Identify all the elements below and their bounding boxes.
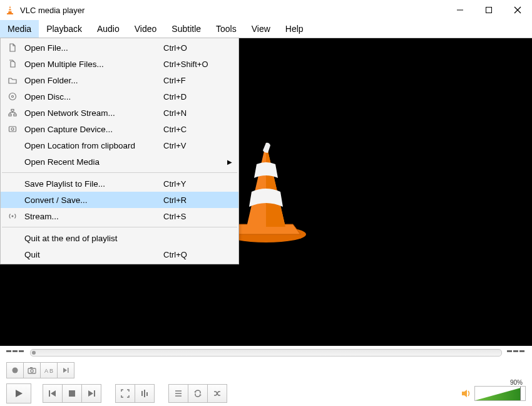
menu-subtitle[interactable]: Subtitle (164, 20, 208, 38)
menu-item-open-location-from-clipboard[interactable]: Open Location from clipboardCtrl+V (1, 137, 238, 154)
svg-point-36 (12, 96, 14, 98)
play-button[interactable] (6, 383, 31, 403)
blank-icon (7, 156, 18, 167)
folder-icon (7, 75, 18, 86)
menu-media[interactable]: Media (0, 20, 39, 38)
record-button[interactable] (6, 362, 24, 378)
menu-item-shortcut: Ctrl+F (163, 76, 226, 85)
svg-point-41 (11, 128, 14, 130)
menu-item-label: Open Disc... (24, 92, 163, 102)
fullscreen-icon (121, 389, 130, 398)
menu-item-quit[interactable]: QuitCtrl+Q (1, 246, 238, 263)
stop-icon (68, 390, 76, 397)
previous-button[interactable] (43, 384, 63, 403)
minimize-icon (456, 6, 464, 14)
close-button[interactable] (503, 0, 532, 20)
atob-icon: AB (44, 367, 53, 374)
minimize-button[interactable] (446, 0, 474, 20)
disc-icon (7, 91, 18, 102)
menu-item-open-multiple-files[interactable]: Open Multiple Files...Ctrl+Shift+O (1, 56, 238, 72)
menu-video[interactable]: Video (127, 20, 165, 38)
svg-rect-39 (14, 114, 16, 116)
menu-audio[interactable]: Audio (90, 20, 127, 38)
menu-item-open-disc[interactable]: Open Disc...Ctrl+D (1, 88, 238, 105)
menu-item-open-network-stream[interactable]: Open Network Stream...Ctrl+N (1, 105, 238, 121)
seek-slider[interactable] (30, 349, 502, 357)
volume-slider[interactable]: 90% (474, 386, 526, 401)
menu-item-shortcut: Ctrl+N (163, 108, 226, 118)
svg-rect-25 (94, 390, 95, 397)
menu-help[interactable]: Help (278, 20, 311, 38)
menu-playback[interactable]: Playback (39, 20, 90, 38)
svg-point-35 (9, 93, 16, 100)
media-menu-dropdown: Open File...Ctrl+OOpen Multiple Files...… (0, 38, 239, 264)
skip-forward-icon (87, 389, 96, 398)
file-icon (7, 42, 18, 53)
time-elapsed (6, 350, 25, 355)
svg-text:A: A (44, 368, 48, 374)
atob-loop-button[interactable]: AB (41, 362, 58, 378)
svg-marker-11 (266, 143, 285, 227)
menu-item-label: Quit (24, 250, 163, 259)
close-icon (513, 6, 522, 14)
play-icon (14, 388, 24, 398)
menu-item-open-capture-device[interactable]: Open Capture Device...Ctrl+C (1, 121, 238, 137)
menu-item-shortcut: Ctrl+C (163, 125, 226, 134)
extended-settings-button[interactable] (135, 384, 155, 403)
svg-point-14 (31, 370, 33, 372)
loop-icon (193, 389, 202, 398)
fullscreen-button[interactable] (115, 384, 135, 403)
playlist-button[interactable] (168, 384, 188, 403)
seek-bar-row (0, 346, 532, 360)
svg-point-12 (13, 368, 18, 373)
menu-item-shortcut: Ctrl+D (163, 92, 226, 102)
frame-step-button[interactable] (58, 362, 74, 378)
menu-item-shortcut: Ctrl+V (163, 141, 226, 150)
control-row-secondary: AB (0, 360, 532, 381)
svg-marker-32 (199, 394, 202, 395)
blank-icon (7, 194, 18, 206)
menu-item-open-folder[interactable]: Open Folder...Ctrl+F (1, 72, 238, 88)
menu-item-shortcut: Ctrl+O (163, 43, 226, 53)
stop-button[interactable] (63, 384, 82, 403)
menu-item-label: Stream... (24, 212, 163, 221)
svg-rect-28 (146, 392, 148, 396)
menu-view[interactable]: View (244, 20, 278, 38)
blank-icon (7, 140, 18, 151)
menu-tools[interactable]: Tools (208, 20, 244, 38)
svg-marker-0 (8, 6, 12, 13)
record-icon (11, 367, 19, 374)
blank-icon (7, 178, 18, 189)
blank-icon (7, 232, 18, 244)
svg-marker-33 (194, 392, 197, 393)
loop-button[interactable] (188, 384, 208, 403)
menu-item-open-recent-media[interactable]: Open Recent Media▶ (1, 154, 238, 170)
svg-rect-23 (69, 390, 75, 397)
window-title: VLC media player (20, 6, 84, 15)
shuffle-button[interactable] (208, 384, 227, 403)
menu-item-save-playlist-to-file[interactable]: Save Playlist to File...Ctrl+Y (1, 175, 238, 192)
menu-bar: MediaPlaybackAudioVideoSubtitleToolsView… (0, 20, 532, 38)
menu-item-convert-save[interactable]: Convert / Save...Ctrl+R (1, 192, 238, 208)
menu-item-label: Open Location from clipboard (24, 141, 163, 150)
menu-item-open-file[interactable]: Open File...Ctrl+O (1, 39, 238, 56)
menu-item-stream[interactable]: Stream...Ctrl+S (1, 208, 238, 224)
speaker-icon[interactable] (461, 388, 472, 398)
snapshot-button[interactable] (24, 362, 41, 378)
title-bar: VLC media player (0, 0, 532, 20)
svg-marker-24 (88, 390, 93, 397)
svg-rect-19 (68, 368, 69, 373)
frame-step-icon (62, 367, 69, 374)
menu-separator (2, 227, 237, 227)
skip-back-icon (48, 389, 57, 398)
svg-marker-22 (51, 390, 56, 397)
app-cone-icon (5, 5, 15, 15)
menu-item-label: Save Playlist to File... (24, 179, 163, 189)
menu-item-quit-at-the-end-of-playlist[interactable]: Quit at the end of playlist (1, 230, 238, 246)
maximize-button[interactable] (474, 0, 503, 20)
svg-marker-20 (16, 390, 23, 397)
next-button[interactable] (82, 384, 101, 403)
files-icon (7, 58, 18, 70)
menu-item-shortcut: Ctrl+Shift+O (163, 60, 226, 69)
menu-item-label: Quit at the end of playlist (24, 234, 163, 243)
